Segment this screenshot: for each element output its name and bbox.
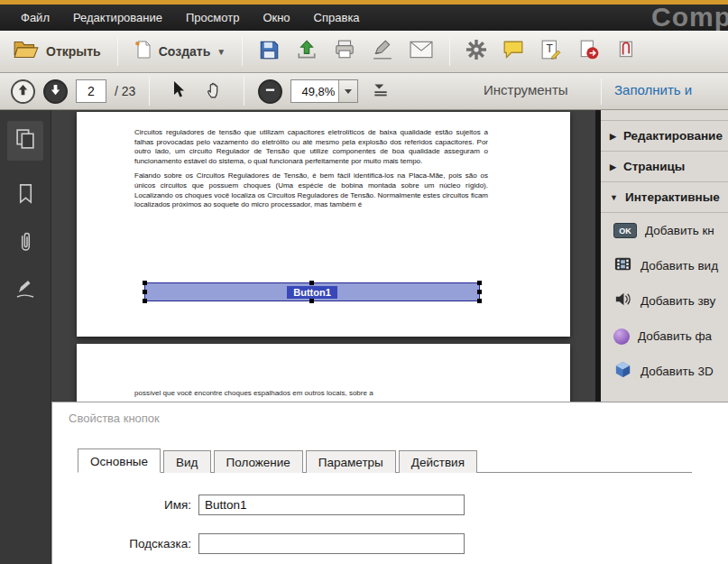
selection-handle[interactable]: [309, 281, 314, 285]
tool-label: Добавить фа: [638, 329, 712, 343]
chevron-right-icon: ▶: [610, 162, 616, 171]
text-note-icon: T: [540, 39, 562, 64]
folder-open-icon: [13, 40, 40, 63]
paragraph: Circuitos reguladores de tensão que util…: [134, 128, 488, 166]
page-text-block: Circuitos reguladores de tensão que util…: [134, 128, 488, 216]
selection-handle[interactable]: [477, 290, 482, 294]
tooltip-field-row: Подсказка:: [52, 533, 728, 554]
page-thumbnails-icon: [14, 128, 37, 154]
bookmarks-button[interactable]: [7, 175, 43, 215]
open-label: Открыть: [46, 44, 101, 59]
export-pdf-button[interactable]: [573, 34, 605, 69]
paragraph: Falando sobre os Circuitos Reguladores d…: [134, 171, 488, 209]
add-3d-tool[interactable]: Добавить 3D: [601, 354, 728, 389]
add-sound-tool[interactable]: Добавить зву: [601, 283, 728, 319]
toolbar-divider: [149, 77, 150, 106]
page-number-input[interactable]: [76, 79, 106, 103]
mail-icon: [410, 41, 433, 62]
signatures-button[interactable]: [7, 271, 43, 310]
create-label: Создать: [159, 44, 211, 59]
selection-handle[interactable]: [143, 299, 147, 303]
window-title-fragment: Comp: [651, 2, 728, 32]
tab-general[interactable]: Основные: [78, 448, 161, 473]
next-page-button[interactable]: [43, 79, 68, 104]
open-button[interactable]: Открыть: [7, 35, 106, 68]
chevron-right-icon: ▶: [610, 132, 616, 141]
ok-button-icon: OK: [613, 223, 637, 238]
previous-page-button[interactable]: [11, 79, 35, 104]
tab-options[interactable]: Параметры: [306, 450, 396, 473]
save-button[interactable]: [253, 35, 285, 69]
navigation-toolbar: / 23 Инструмен: [0, 73, 728, 110]
menu-item-edit[interactable]: Редактирование: [61, 5, 174, 31]
zoom-out-button[interactable]: [258, 79, 282, 104]
select-tool-button[interactable]: [163, 76, 192, 106]
page-total-label: / 23: [115, 84, 135, 98]
dialog-title: Свойства кнопок: [69, 411, 728, 425]
paragraph: possível que você encontre choques espal…: [134, 389, 488, 397]
settings-button[interactable]: [461, 35, 492, 68]
3d-object-icon: [613, 360, 632, 383]
sign-button[interactable]: [366, 34, 399, 69]
attach-icon: [616, 39, 638, 64]
export-pdf-icon: [578, 39, 600, 64]
selection-handle[interactable]: [477, 281, 482, 285]
chevron-down-icon: ▼: [610, 193, 618, 202]
name-field-input[interactable]: [198, 495, 465, 515]
selection-handle[interactable]: [143, 290, 147, 294]
selection-handle[interactable]: [309, 299, 314, 303]
tab-position[interactable]: Положение: [214, 450, 303, 473]
form-button-label: Button1: [287, 286, 337, 299]
arrow-down-icon: [49, 83, 62, 100]
section-editing[interactable]: ▶ Редактирование: [601, 121, 728, 152]
selection-handle[interactable]: [477, 299, 482, 303]
tooltip-field-input[interactable]: [198, 533, 465, 554]
toolbar-divider: [242, 37, 243, 66]
tool-label: Добавить зву: [640, 294, 715, 308]
upload-button[interactable]: [290, 34, 323, 69]
toolbar-divider: [117, 37, 118, 66]
dialog-tabs: Основные Вид Положение Параметры Действи…: [78, 448, 692, 473]
menu-item-file[interactable]: Файл: [9, 5, 61, 31]
gear-icon: [466, 40, 486, 63]
upload-icon: [296, 39, 318, 64]
toolbar-divider: [449, 37, 450, 66]
menu-item-window[interactable]: Окно: [251, 5, 301, 31]
hand-tool-button[interactable]: [200, 76, 230, 107]
tool-label: Добавить вид: [640, 259, 718, 273]
fill-sign-panel-toggle[interactable]: Заполнить и: [614, 82, 692, 97]
zoom-level-input[interactable]: [291, 80, 338, 102]
section-pages[interactable]: ▶ Страницы: [601, 152, 728, 182]
menu-item-help[interactable]: Справка: [302, 5, 372, 31]
mail-button[interactable]: [404, 36, 438, 67]
hand-icon: [206, 80, 225, 103]
page-thumbnails-button[interactable]: [7, 121, 43, 161]
display-options-icon: [372, 81, 390, 101]
add-button-tool[interactable]: OK Добавить кн: [601, 213, 728, 248]
page-display-options-button[interactable]: [366, 77, 395, 106]
create-button[interactable]: Создать ▼: [129, 35, 231, 68]
form-button-widget[interactable]: Button1: [144, 282, 480, 301]
comment-button[interactable]: [497, 35, 530, 68]
print-button[interactable]: [328, 34, 361, 69]
attachments-button[interactable]: [7, 224, 43, 264]
tools-panel-toggle[interactable]: Инструменты: [484, 82, 568, 97]
zoom-control: [290, 79, 358, 103]
menubar: Файл Редактирование Просмотр Окно Справк…: [0, 5, 728, 31]
text-note-button[interactable]: T: [535, 34, 567, 69]
acrobat-window: Файл Редактирование Просмотр Окно Справк…: [0, 0, 728, 564]
tab-actions[interactable]: Действия: [399, 450, 477, 473]
selection-handle[interactable]: [143, 281, 147, 285]
menu-item-view[interactable]: Просмотр: [174, 5, 251, 31]
tooltip-field-label: Подсказка:: [52, 537, 198, 550]
zoom-dropdown-button[interactable]: [338, 80, 357, 102]
attach-button[interactable]: [611, 34, 643, 69]
section-interactive[interactable]: ▼ Интерактивные: [601, 182, 728, 213]
section-label: Редактирование: [623, 129, 723, 143]
tab-appearance[interactable]: Вид: [163, 450, 210, 473]
add-file-tool[interactable]: Добавить фа: [601, 319, 728, 354]
main-toolbar: Открыть Создать ▼: [0, 31, 728, 73]
add-video-tool[interactable]: Добавить вид: [601, 248, 728, 283]
section-label: Страницы: [623, 160, 685, 173]
name-field-label: Имя:: [52, 498, 198, 512]
